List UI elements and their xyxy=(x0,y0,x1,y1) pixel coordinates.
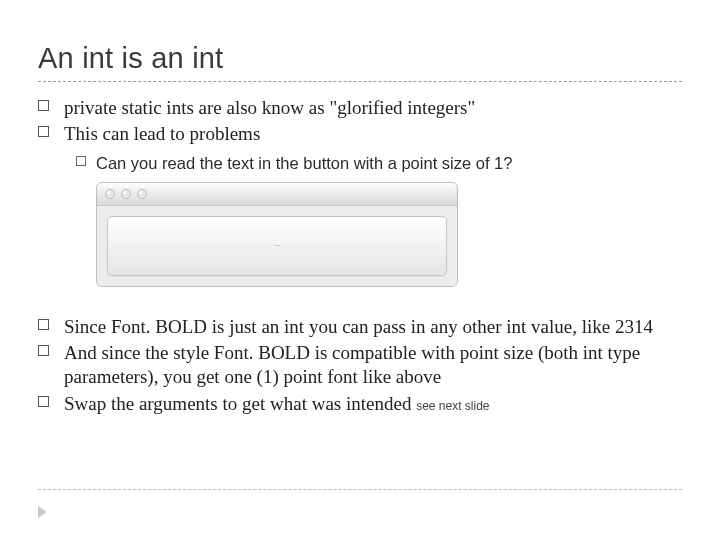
bullet-5: Swap the arguments to get what was inten… xyxy=(38,392,682,416)
square-bullet-icon xyxy=(38,396,49,407)
bullet-3-text: Since Font. BOLD is just an int you can … xyxy=(64,316,653,337)
square-bullet-icon xyxy=(76,156,86,166)
tiny-font-button-label: — xyxy=(274,242,280,249)
bullet-4: And since the style Font. BOLD is compat… xyxy=(38,341,682,390)
bullet-5-text: Swap the arguments to get what was inten… xyxy=(64,393,411,414)
example-window-titlebar xyxy=(97,183,457,206)
traffic-light-minimize-icon xyxy=(121,189,131,199)
bullet-5-note: see next slide xyxy=(416,399,489,413)
square-bullet-icon xyxy=(38,319,49,330)
bullet-1: private static ints are also know as "gl… xyxy=(38,96,682,120)
square-bullet-icon xyxy=(38,126,49,137)
square-bullet-icon xyxy=(38,100,49,111)
example-window-content: — xyxy=(97,206,457,286)
lower-bullets: Since Font. BOLD is just an int you can … xyxy=(38,315,682,416)
slide-body: private static ints are also know as "gl… xyxy=(38,96,682,416)
slide-title: An int is an int xyxy=(38,42,682,75)
bottom-divider xyxy=(38,489,682,490)
square-bullet-icon xyxy=(38,345,49,356)
bullet-2-text: This can lead to problems xyxy=(64,123,260,144)
traffic-light-close-icon xyxy=(105,189,115,199)
next-slide-icon[interactable] xyxy=(38,506,47,518)
traffic-light-zoom-icon xyxy=(137,189,147,199)
bullet-2: This can lead to problems xyxy=(38,122,682,146)
example-window: — xyxy=(96,182,458,287)
slide: An int is an int private static ints are… xyxy=(0,0,720,540)
bullet-2a: Can you read the text in the button with… xyxy=(38,153,682,174)
bullet-2a-text: Can you read the text in the button with… xyxy=(96,154,512,172)
bullet-1-text: private static ints are also know as "gl… xyxy=(64,97,475,118)
title-divider xyxy=(38,81,682,82)
tiny-font-button[interactable]: — xyxy=(107,216,447,276)
bullet-3: Since Font. BOLD is just an int you can … xyxy=(38,315,682,339)
bullet-4-text: And since the style Font. BOLD is compat… xyxy=(64,342,640,387)
